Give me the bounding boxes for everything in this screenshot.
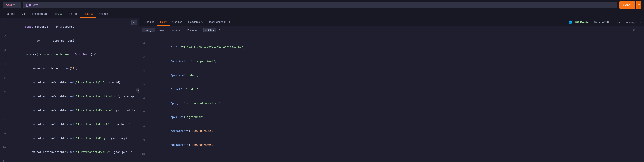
- json-viewer: 1 { 2 "id": "77c0a6d9-c39d-4e27-ae63-d62…: [139, 34, 644, 162]
- json-line-6: 6 "pkey": "incremental.monetize",: [139, 96, 644, 110]
- code-toolbar: ⚙: [132, 20, 137, 25]
- tab-prereq[interactable]: Pre-req.: [65, 11, 80, 18]
- format-label: JSON: [205, 29, 212, 32]
- line-content-1: const response = pm.response: [8, 20, 139, 34]
- line-content-5: pm.collectionVariables.set("firstPropert…: [8, 76, 139, 89]
- line-number-9: 9: [0, 131, 8, 136]
- json-line-number-6: 6: [140, 96, 148, 101]
- json-content-8: "createdAt": 1702208750659,: [148, 124, 643, 138]
- line-content-11: }): [8, 159, 139, 162]
- json-line-number-8: 8: [140, 124, 148, 129]
- code-line-9: 9 pm.collectionVariables.set("firstPrope…: [0, 131, 139, 145]
- line-content-10: pm.collectionVariables.set("firstPropert…: [8, 145, 139, 159]
- line-number-3: 3: [0, 48, 8, 52]
- method-chevron-icon: ▾: [14, 4, 14, 6]
- json-line-7: 7 "pvalue": "granular",: [139, 110, 644, 124]
- response-status: 201 Created: [575, 21, 590, 24]
- line-content-4: response.to.have.status(201): [8, 62, 139, 76]
- send-dropdown-button[interactable]: ▾: [636, 2, 642, 9]
- tab-tests[interactable]: Tests: [80, 11, 96, 18]
- request-tabs: Params Auth Headers (8) Body Pre-req. Te…: [0, 10, 644, 18]
- divider: [613, 20, 613, 24]
- json-content-2: "id": "77c0a6d9-c39d-4e27-ae63-d620185ae…: [148, 41, 643, 54]
- json-line-number-2: 2: [140, 41, 148, 45]
- line-content-6: pm.collectionVariables.set("firstPropert…: [8, 89, 139, 103]
- line-number-6: 6: [0, 89, 8, 94]
- line-content-8: pm.collectionVariables.set("firstPropert…: [8, 117, 139, 131]
- json-line-1: 1 {: [139, 36, 644, 41]
- json-content-10: }: [148, 152, 643, 156]
- settings-icon-button[interactable]: ⚙: [132, 20, 137, 25]
- method-label: POST: [5, 3, 12, 7]
- line-number-7: 7: [0, 103, 8, 108]
- line-number-2: 2: [0, 34, 8, 38]
- json-line-5: 5 "label": "master",: [139, 82, 644, 96]
- body-dot: [60, 14, 62, 15]
- json-line-number-7: 7: [140, 110, 148, 115]
- json-line-4: 4 "profile": "dev",: [139, 68, 644, 82]
- code-line-2: 2 json = response.json(): [0, 34, 139, 48]
- json-line-number-10: 10: [140, 152, 148, 156]
- sub-tab-visualize[interactable]: Visualize: [184, 28, 201, 33]
- format-selector[interactable]: JSON ▾: [204, 28, 216, 33]
- json-content-3: "application": "app-client",: [148, 54, 643, 68]
- response-actions: ⧉ ⌕: [632, 28, 642, 33]
- tab-response-cookies2[interactable]: Cookies: [170, 19, 185, 26]
- json-line-2: 2 "id": "77c0a6d9-c39d-4e27-ae63-d620185…: [139, 41, 644, 54]
- tab-auth[interactable]: Auth: [18, 11, 30, 18]
- more-options-icon[interactable]: ···: [639, 21, 642, 24]
- response-sub-tabs: Pretty Raw Preview Visualize JSON ▾ ≡ ⧉ …: [139, 26, 644, 34]
- json-line-3: 3 "application": "app-client",: [139, 54, 644, 68]
- keyword-const: const: [25, 25, 33, 28]
- response-time: 93 ms: [593, 21, 600, 24]
- main-content: ⚙ 1 const response = pm.response 2 json …: [0, 18, 644, 162]
- globe-icon: 🌐: [568, 21, 572, 24]
- sub-tab-raw[interactable]: Raw: [156, 28, 167, 33]
- code-line-10: 10 pm.collectionVariables.set("firstProp…: [0, 145, 139, 159]
- method-selector[interactable]: POST ▾: [2, 2, 22, 8]
- tests-dot: [92, 14, 93, 15]
- search-icon[interactable]: ⌕: [638, 28, 642, 33]
- format-chevron-icon: ▾: [213, 29, 214, 32]
- code-line-7: 7 pm.collectionVariables.set("firstPrope…: [0, 103, 139, 117]
- code-line-6: 6 pm.collectionVariables.set("firstPrope…: [0, 89, 139, 103]
- tab-response-body[interactable]: Body: [157, 19, 170, 26]
- tab-params[interactable]: Params: [2, 11, 18, 18]
- response-size: 423 B: [602, 21, 609, 24]
- code-line-4: 4 response.to.have.status(201): [0, 62, 139, 76]
- tab-headers[interactable]: Headers (8): [30, 11, 50, 18]
- url-input[interactable]: [23, 2, 618, 8]
- json-line-number-9: 9: [140, 138, 148, 142]
- save-example-link[interactable]: Save as example: [618, 21, 637, 24]
- json-line-8: 8 "createdAt": 1702208750659,: [139, 124, 644, 138]
- wrap-icon[interactable]: ≡: [218, 28, 220, 32]
- line-number-10: 10: [0, 145, 8, 150]
- json-line-9: 9 "updatedAt": 1702208750659: [139, 138, 644, 152]
- json-line-number-3: 3: [140, 54, 148, 59]
- tab-body[interactable]: Body: [50, 11, 65, 18]
- json-content-6: "pkey": "incremental.monetize",: [148, 96, 643, 110]
- send-button[interactable]: Send: [619, 2, 635, 9]
- json-content-4: "profile": "dev",: [148, 68, 643, 82]
- tab-response-cookies[interactable]: Cookies: [142, 19, 157, 26]
- line-content-2: json = response.json(): [8, 34, 139, 48]
- json-line-number-4: 4: [140, 68, 148, 73]
- line-content-7: pm.collectionVariables.set("firstPropert…: [8, 103, 139, 117]
- keyword-function: function: [74, 53, 88, 56]
- copy-icon[interactable]: ⧉: [632, 28, 636, 33]
- line-content-3: pm.test("Status code is 201", function (…: [8, 48, 139, 62]
- tab-settings[interactable]: Settings: [96, 11, 112, 18]
- sub-tab-preview[interactable]: Preview: [168, 28, 183, 33]
- json-content-5: "label": "master",: [148, 82, 643, 96]
- code-editor-panel: ⚙ 1 const response = pm.response 2 json …: [0, 18, 139, 162]
- response-tabs-row: Cookies Body Cookies Headers (7) Test Re…: [139, 18, 644, 26]
- sub-tab-pretty[interactable]: Pretty: [142, 28, 154, 33]
- line-number-8: 8: [0, 117, 8, 122]
- tab-test-results[interactable]: Test Results (1/1): [206, 19, 233, 26]
- json-line-number-5: 5: [140, 82, 148, 87]
- code-line-1: 1 const response = pm.response: [0, 20, 139, 34]
- json-content-1: {: [148, 36, 643, 41]
- code-line-11: 11 }): [0, 159, 139, 162]
- tab-response-headers[interactable]: Headers (7): [185, 19, 206, 26]
- json-line-10: 10 }: [139, 152, 644, 156]
